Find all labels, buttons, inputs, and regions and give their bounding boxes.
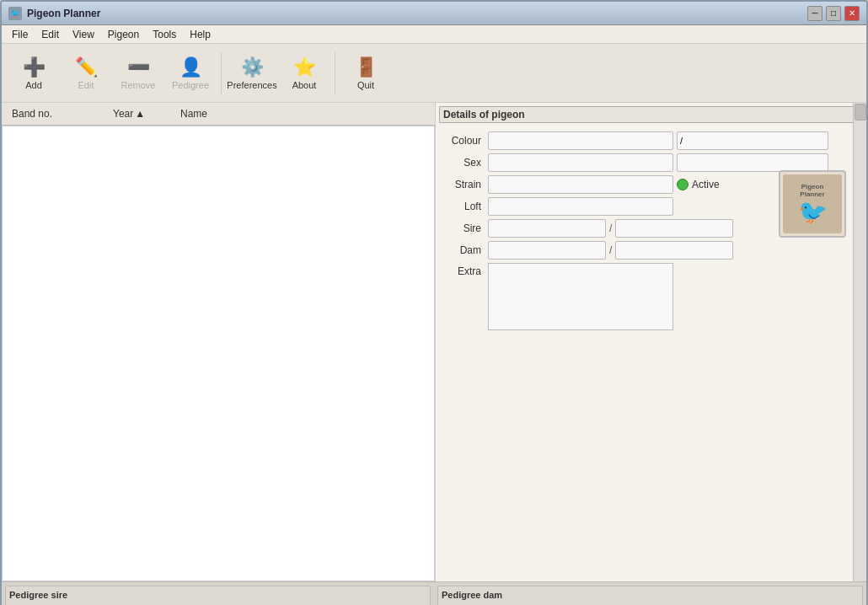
strain-label: Strain [442, 179, 485, 190]
toolbar-separator-2 [335, 52, 335, 94]
colour-row: Colour [442, 131, 860, 150]
colour-label: Colour [442, 135, 485, 147]
column-name-label: Name [180, 108, 207, 120]
quit-icon: 🚪 [355, 56, 378, 78]
about-label: About [292, 80, 317, 90]
sex-input-2[interactable] [677, 153, 828, 172]
pedigree-label: Pedigree [172, 80, 209, 90]
sire-input-2[interactable] [615, 219, 733, 238]
add-icon: ➕ [23, 56, 46, 78]
column-band[interactable]: Band no. [8, 106, 110, 121]
pedigree-sire-title: Pedigree sire [9, 590, 426, 600]
column-band-label: Band no. [12, 108, 52, 120]
active-badge: Active [677, 179, 720, 190]
pedigree-dam-title: Pedigree dam [442, 590, 859, 600]
column-year[interactable]: Year ▲ [110, 106, 177, 121]
logo-line1: Pigeon [801, 183, 824, 190]
extra-label: Extra [442, 263, 485, 277]
loft-label: Loft [442, 201, 485, 212]
details-panel: Details of pigeon Colour Sex Strain [436, 103, 866, 581]
dam-input-2[interactable] [615, 241, 733, 260]
pedigree-sire-panel: Pedigree sire [5, 586, 431, 605]
details-title: Details of pigeon [439, 106, 863, 123]
active-dot-icon [677, 179, 689, 190]
column-year-label: Year [113, 108, 133, 120]
sire-label: Sire [442, 222, 485, 234]
strain-input[interactable] [488, 175, 673, 194]
sex-row: Sex [442, 153, 860, 172]
preferences-button[interactable]: ⚙️ Preferences [227, 48, 277, 99]
window-controls: ─ □ ✕ [807, 6, 860, 21]
pedigree-icon: 👤 [179, 56, 202, 78]
pedigree-dam-panel: Pedigree dam [437, 586, 863, 605]
add-label: Add [25, 80, 42, 90]
preferences-label: Preferences [227, 80, 276, 90]
extra-textarea[interactable] [488, 263, 673, 330]
menu-help[interactable]: Help [183, 27, 217, 42]
menubar: File Edit View Pigeon Tools Help [2, 25, 866, 44]
close-button[interactable]: ✕ [844, 6, 860, 21]
titlebar: 🐦 Pigeon Planner ─ □ ✕ [2, 2, 866, 25]
dam-label: Dam [442, 244, 485, 256]
loft-input[interactable] [488, 197, 673, 216]
dam-input-1[interactable] [488, 241, 606, 260]
active-label: Active [692, 179, 720, 190]
colour-input[interactable] [488, 131, 673, 150]
remove-button[interactable]: ➖ Remove [113, 48, 163, 99]
edit-label: Edit [78, 80, 94, 90]
logo-box: Pigeon Planner 🐦 [779, 170, 846, 238]
toolbar: ➕ Add ✏️ Edit ➖ Remove 👤 Pedigree ⚙️ Pre… [2, 44, 866, 103]
maximize-button[interactable]: □ [826, 6, 841, 21]
main-content: Band no. Year ▲ Name Details of pigeon C… [2, 103, 866, 581]
edit-icon: ✏️ [75, 56, 98, 78]
menu-view[interactable]: View [66, 27, 101, 42]
quit-label: Quit [357, 80, 374, 90]
pedigree-area: Pedigree sire [2, 581, 866, 605]
logo-line2: Planner [800, 190, 824, 198]
window-title: Pigeon Planner [27, 8, 807, 19]
add-button[interactable]: ➕ Add [8, 48, 59, 99]
pigeon-logo-icon: 🐦 [798, 198, 828, 226]
window-frame: 🐦 Pigeon Planner ─ □ ✕ File Edit View Pi… [0, 0, 868, 605]
quit-button[interactable]: 🚪 Quit [340, 48, 391, 99]
toolbar-separator [221, 52, 222, 94]
edit-button[interactable]: ✏️ Edit [61, 48, 111, 99]
scrollbar-thumb[interactable] [855, 104, 866, 120]
dam-row: Dam / [442, 241, 860, 260]
column-name[interactable]: Name [177, 106, 428, 121]
menu-file[interactable]: File [5, 27, 35, 42]
sort-asc-icon: ▲ [135, 108, 145, 120]
pedigree-button[interactable]: 👤 Pedigree [165, 48, 216, 99]
pigeon-list-body[interactable] [2, 126, 435, 581]
about-icon: ⭐ [293, 56, 316, 78]
sex-label: Sex [442, 157, 485, 169]
preferences-icon: ⚙️ [241, 56, 264, 78]
menu-tools[interactable]: Tools [146, 27, 183, 42]
pigeon-list-panel: Band no. Year ▲ Name [2, 103, 436, 581]
sire-slash: / [609, 222, 612, 234]
menu-pigeon[interactable]: Pigeon [101, 27, 146, 42]
about-button[interactable]: ⭐ About [279, 48, 330, 99]
details-scrollbar[interactable] [853, 103, 866, 581]
sex-input[interactable] [488, 153, 673, 172]
remove-icon: ➖ [127, 56, 150, 78]
app-icon: 🐦 [8, 7, 22, 20]
remove-label: Remove [121, 80, 156, 90]
list-header: Band no. Year ▲ Name [2, 103, 435, 126]
extra-row: Extra [442, 263, 860, 330]
logo-inner: Pigeon Planner 🐦 [783, 174, 842, 233]
menu-edit[interactable]: Edit [35, 27, 66, 42]
dam-slash: / [609, 244, 612, 256]
sire-input-1[interactable] [488, 219, 606, 238]
minimize-button[interactable]: ─ [807, 6, 822, 21]
colour-input-2[interactable] [677, 131, 828, 150]
